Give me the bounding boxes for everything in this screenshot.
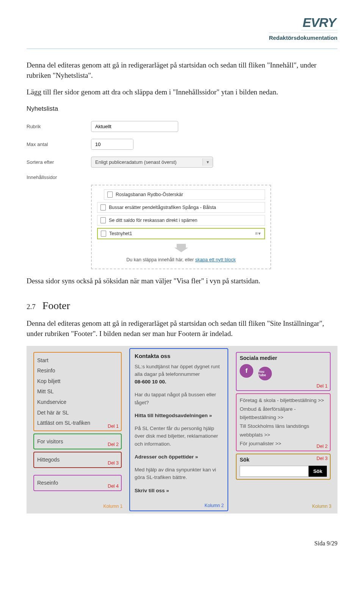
footer-link[interactable]: Kundservice [37, 397, 118, 407]
chevron-down-icon[interactable]: ▼ [202, 159, 213, 166]
footer-link[interactable]: For visitors [37, 438, 63, 444]
file-icon [101, 231, 106, 237]
col2-text: På SL Center får du personlig hjälp över… [135, 425, 223, 448]
page-item-label: Se ditt saldo för reskassan direkt i spä… [109, 218, 197, 223]
del-label: Del 2 [317, 444, 328, 449]
paragraph-3: Dessa sidor syns också på söksidan när m… [27, 276, 337, 286]
content-drop-zone[interactable]: Roslagsbanan Rydbo-Österskär Bussar ersä… [91, 185, 271, 269]
footer-link[interactable]: Reseinfo [37, 480, 58, 486]
footer-col-1: Start Resinfo Kop biljett Mitt SL Kundse… [29, 348, 126, 511]
del-label: Del 4 [108, 484, 119, 489]
drop-hint: Du kan släppa innehåll här, eller skapa … [97, 257, 265, 262]
paragraph-4: Denna del editeras genom att gå in redig… [27, 319, 337, 339]
column-label: Kolumn 3 [312, 504, 331, 509]
footer-link[interactable]: Lättläst om SL-trafiken [37, 418, 118, 428]
del-label: Del 3 [317, 456, 328, 461]
page-item[interactable]: Roslagsbanan Rydbo-Österskär [104, 189, 265, 200]
page-item[interactable]: Bussar ersätter pendeltågstrafiken Spång… [97, 202, 265, 213]
del-label: Del 1 [317, 383, 328, 389]
footer-link[interactable]: Hitta till hittegodsavdelningen » [135, 412, 223, 419]
footer-link[interactable]: Kop biljett [37, 376, 118, 386]
col1-del3-box: Hittegods Del 3 [33, 452, 122, 468]
search-button[interactable]: Sök [309, 466, 327, 477]
search-input[interactable] [240, 466, 309, 477]
column-label: Kolumn 2 [204, 503, 224, 508]
col1-del1-box: Start Resinfo Kop biljett Mitt SL Kundse… [33, 352, 122, 431]
paragraph-1: Denna del editeras genom att gå in redig… [27, 60, 337, 80]
page-item-label: Roslagsbanan Rydbo-Österskär [116, 192, 183, 197]
footer-layout: Start Resinfo Kop biljett Mitt SL Kundse… [27, 346, 337, 513]
drag-handle-icon[interactable]: ≡▾ [255, 231, 261, 236]
footer-link[interactable]: Start [37, 355, 118, 366]
nyhetslista-form: Nyhetslista Rubrik Max antal ▲ ▼ Sortera… [27, 105, 337, 269]
file-icon [100, 217, 106, 223]
col3-del2-box: Företag & skola - biljettbeställning >> … [236, 393, 331, 452]
col1-del2-box: For visitors Del 2 [33, 433, 122, 450]
footer-link[interactable]: Adresser och öppettider » [135, 453, 223, 461]
col3-del1-box: Sociala medier f You Tube Del 1 [236, 352, 331, 391]
file-icon [100, 204, 106, 210]
footer-link[interactable]: Ombud & återförsäljare - biljettbeställn… [240, 405, 327, 422]
create-block-link[interactable]: skapa ett nytt block [195, 257, 236, 262]
footer-link[interactable]: Skriv till oss » [135, 487, 223, 495]
footer-link[interactable]: Det här är SL [37, 407, 118, 418]
dropdown-value: Enligt publiceradatum (senast överst) [91, 157, 202, 167]
del-label: Del 3 [108, 460, 119, 466]
search-heading: Sök [240, 457, 327, 463]
footer-col-3: Sociala medier f You Tube Del 1 Företag … [231, 348, 335, 511]
footer-col-2: Kontakta oss SL:s kundtjänst har öppet d… [129, 348, 228, 511]
page-item-label: Bussar ersätter pendeltågstrafiken Spång… [109, 205, 216, 210]
label-max-antal: Max antal [27, 141, 91, 147]
label-rubrik: Rubrik [27, 124, 91, 129]
section-heading: 2.7 Footer [27, 300, 337, 312]
label-sortera: Sortera efter [27, 159, 91, 165]
input-max-antal[interactable]: ▲ ▼ [91, 139, 133, 150]
del-label: Del 2 [108, 442, 119, 447]
footer-link[interactable]: Företag & skola - biljettbeställning >> [240, 396, 327, 405]
brand-logo: EVRY [301, 15, 337, 30]
col2-heading: Kontakta oss [135, 353, 223, 359]
drop-arrow-icon [97, 243, 265, 254]
section-number: 2.7 [27, 303, 36, 311]
form-title: Nyhetslista [27, 105, 337, 113]
footer-link[interactable]: Resinfo [37, 365, 118, 376]
col2-text: SL:s kundtjänst har öppet dygnet runt al… [135, 363, 223, 386]
paragraph-2: Lägg till fler sidor genom att dra och s… [27, 87, 337, 97]
facebook-icon[interactable]: f [240, 364, 253, 378]
column-label: Kolumn 1 [103, 504, 122, 509]
col2-text: Med hjälp av dina synpunkter kan vi göra… [135, 466, 223, 482]
del-label: Del 1 [108, 424, 119, 429]
input-rubrik[interactable] [91, 121, 178, 132]
footer-link[interactable]: För journalister >> [240, 440, 327, 448]
youtube-icon[interactable]: You Tube [258, 367, 272, 380]
footer-link[interactable]: Mitt SL [37, 386, 118, 397]
page-item-selected[interactable]: Testnyhet1 ≡▾ [97, 228, 265, 239]
section-title: Footer [42, 300, 70, 312]
page-header: EVRY Redaktörsdokumentation [27, 15, 337, 41]
footer-link[interactable]: Hittegods [37, 457, 60, 463]
file-icon [107, 192, 113, 198]
footer-link[interactable]: Till Stockholms läns landstings webbplat… [240, 422, 327, 440]
social-heading: Sociala medier [240, 355, 327, 361]
page-item-label: Testnyhet1 [109, 231, 132, 236]
col1-del4-box: Reseinfo Del 4 [33, 475, 122, 491]
page-number: Sida 9/29 [27, 540, 337, 547]
page-item[interactable]: Se ditt saldo för reskassan direkt i spä… [97, 215, 265, 226]
input-max-antal-field[interactable] [91, 139, 133, 149]
col3-del3-box: Sök Del 3 Sök [236, 454, 331, 480]
doc-type-label: Redaktörsdokumentation [269, 33, 337, 41]
header-divider [27, 49, 337, 49]
col2-text: Har du tappat något på bussen eller tåge… [135, 391, 223, 407]
dropdown-sortera[interactable]: Enligt publiceradatum (senast överst) ▼ [91, 157, 213, 168]
label-innehallssidor: Innehållssidor [27, 174, 91, 180]
